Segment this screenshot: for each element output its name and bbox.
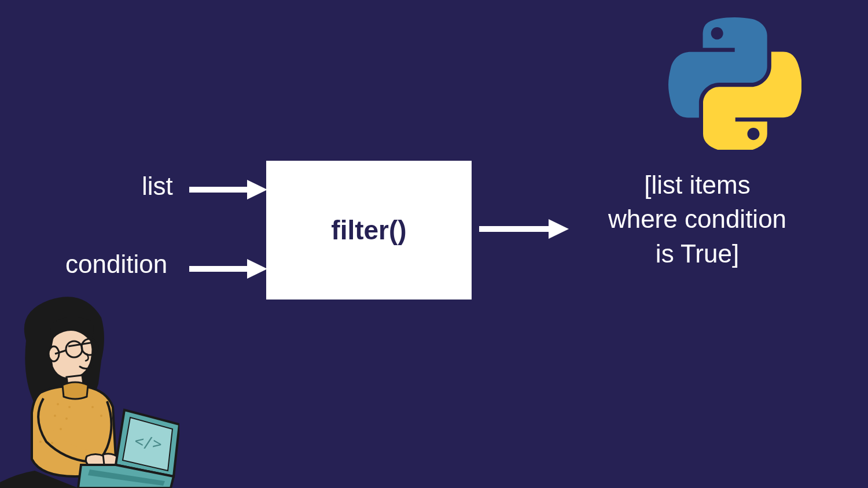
svg-point-18 xyxy=(39,441,42,443)
output-line: where condition xyxy=(558,202,836,236)
person-coding-icon: </> xyxy=(0,286,179,488)
output-label: [list items where condition is True] xyxy=(558,168,836,271)
svg-point-17 xyxy=(60,428,62,430)
output-line: is True] xyxy=(558,236,836,271)
svg-marker-3 xyxy=(247,259,267,279)
output-line: [list items xyxy=(558,168,836,202)
svg-point-11 xyxy=(57,403,59,405)
svg-point-21 xyxy=(100,415,102,417)
arrow-icon xyxy=(479,217,572,241)
svg-marker-1 xyxy=(247,180,267,199)
arrow-icon xyxy=(189,257,270,280)
svg-point-14 xyxy=(54,415,56,417)
python-logo-icon xyxy=(668,17,801,150)
input-label-list: list xyxy=(142,172,173,201)
svg-point-20 xyxy=(91,406,94,408)
svg-point-12 xyxy=(68,406,71,408)
input-label-condition: condition xyxy=(65,250,167,279)
filter-box-label: filter() xyxy=(331,215,406,246)
filter-function-box: filter() xyxy=(266,161,472,300)
arrow-icon xyxy=(189,178,270,201)
svg-point-15 xyxy=(65,417,68,420)
